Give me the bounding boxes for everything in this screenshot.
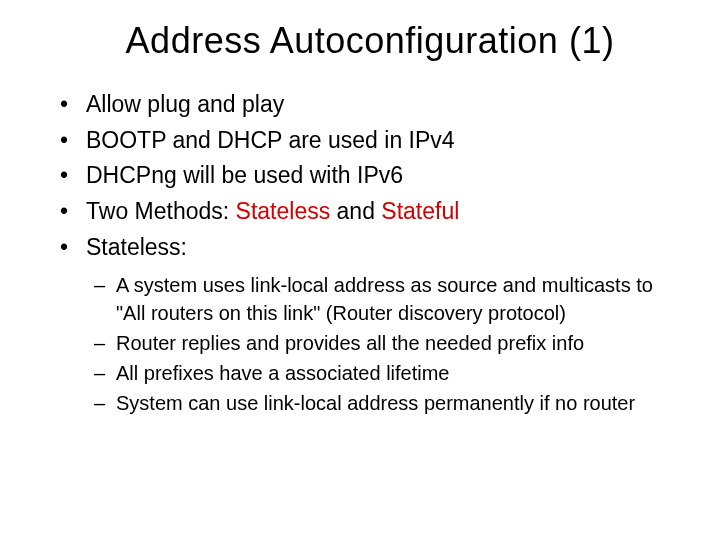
bullet-item: Two Methods: Stateless and Stateful [60, 194, 680, 230]
bullet-item: Allow plug and play [60, 87, 680, 123]
bullet-item: Stateless: A system uses link-local addr… [60, 230, 680, 418]
bullet-text: Stateless: [86, 234, 187, 260]
sub-bullet-item: Router replies and provides all the need… [94, 329, 680, 357]
bullet-text: BOOTP and DHCP are used in IPv [86, 127, 442, 153]
bullet-text: DHCPng will be used with IPv [86, 162, 390, 188]
bullet-item: BOOTP and DHCP are used in IPv4 [60, 123, 680, 159]
sub-bullet-item: A system uses link-local address as sour… [94, 271, 680, 327]
slide-title: Address Autoconfiguration (1) [60, 20, 680, 62]
highlight-stateless: Stateless [236, 198, 331, 224]
sub-bullet-item: System can use link-local address perman… [94, 389, 680, 417]
bullet-number: 4 [442, 127, 455, 153]
highlight-stateful: Stateful [381, 198, 459, 224]
sub-bullet-item: All prefixes have a associated lifetime [94, 359, 680, 387]
main-bullet-list: Allow plug and play BOOTP and DHCP are u… [60, 87, 680, 417]
bullet-text: and [330, 198, 381, 224]
bullet-item: DHCPng will be used with IPv6 [60, 158, 680, 194]
bullet-text: Two Methods: [86, 198, 236, 224]
sub-bullet-list: A system uses link-local address as sour… [94, 271, 680, 417]
bullet-number: 6 [390, 162, 403, 188]
